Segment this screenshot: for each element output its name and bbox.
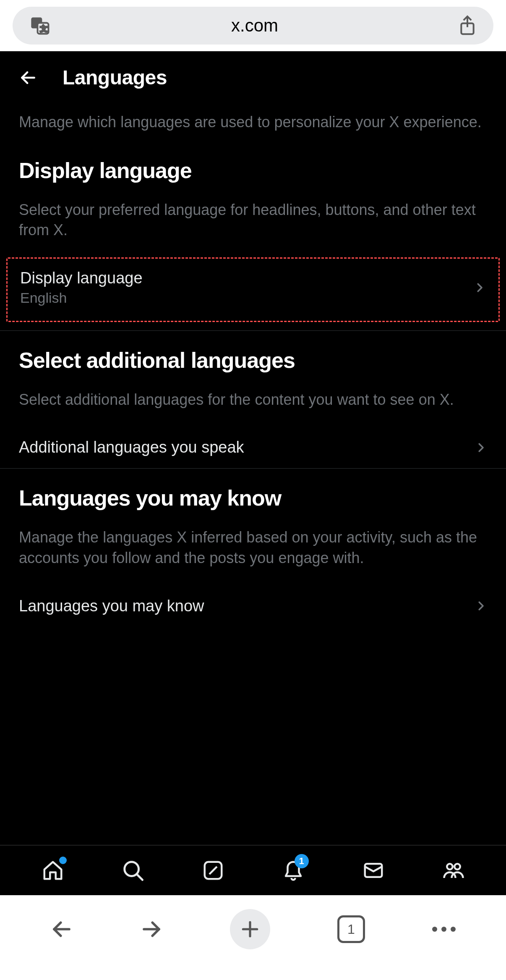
browser-top-bar: G 文 x.com <box>0 0 506 51</box>
back-button[interactable] <box>19 68 37 87</box>
svg-point-9 <box>454 864 460 870</box>
page-content: Manage which languages are used to perso… <box>0 100 506 845</box>
nav-compose[interactable] <box>202 859 224 882</box>
chevron-right-icon <box>473 281 486 294</box>
languages-you-may-know-label: Languages you may know <box>19 597 204 615</box>
section-desc-additional: Select additional languages for the cont… <box>19 390 487 410</box>
languages-you-may-know-row[interactable]: Languages you may know <box>19 585 487 627</box>
display-language-value: English <box>20 290 143 306</box>
section-desc-display-language: Select your preferred language for headl… <box>19 200 487 241</box>
translate-icon[interactable]: G 文 <box>29 15 51 37</box>
share-icon[interactable] <box>458 15 477 37</box>
browser-forward-button[interactable] <box>140 918 163 941</box>
browser-menu-button[interactable] <box>432 927 456 932</box>
browser-new-tab-button[interactable] <box>230 909 270 949</box>
svg-text:文: 文 <box>40 24 47 33</box>
additional-languages-label: Additional languages you speak <box>19 438 244 456</box>
section-title-additional: Select additional languages <box>19 348 487 373</box>
section-desc-inferred: Manage the languages X inferred based on… <box>19 527 487 568</box>
browser-back-button[interactable] <box>50 918 73 941</box>
bottom-nav: 1 <box>0 845 506 895</box>
page-description: Manage which languages are used to perso… <box>19 112 487 133</box>
page-title: Languages <box>63 66 167 89</box>
nav-communities[interactable] <box>442 859 465 882</box>
chevron-right-icon <box>475 441 487 454</box>
nav-messages[interactable] <box>362 859 385 882</box>
section-title-display-language: Display language <box>19 158 487 183</box>
notification-badge: 1 <box>295 854 309 868</box>
nav-search[interactable] <box>122 859 144 882</box>
highlighted-setting: Display language English <box>6 257 500 322</box>
home-indicator-dot <box>59 857 67 864</box>
url-text: x.com <box>51 16 458 36</box>
page-header: Languages <box>0 51 506 100</box>
display-language-row[interactable]: Display language English <box>20 269 486 306</box>
display-language-label: Display language <box>20 269 143 287</box>
nav-notifications[interactable]: 1 <box>282 859 305 882</box>
tab-count: 1 <box>347 922 355 937</box>
url-bar[interactable]: G 文 x.com <box>13 7 493 45</box>
browser-bottom-toolbar: 1 <box>0 895 506 980</box>
additional-languages-row[interactable]: Additional languages you speak <box>19 427 487 468</box>
section-title-inferred: Languages you may know <box>19 485 487 511</box>
chevron-right-icon <box>475 600 487 612</box>
nav-home[interactable] <box>42 859 64 882</box>
svg-point-8 <box>447 864 453 870</box>
browser-tabs-button[interactable]: 1 <box>337 915 365 943</box>
app-container: Languages Manage which languages are use… <box>0 51 506 895</box>
